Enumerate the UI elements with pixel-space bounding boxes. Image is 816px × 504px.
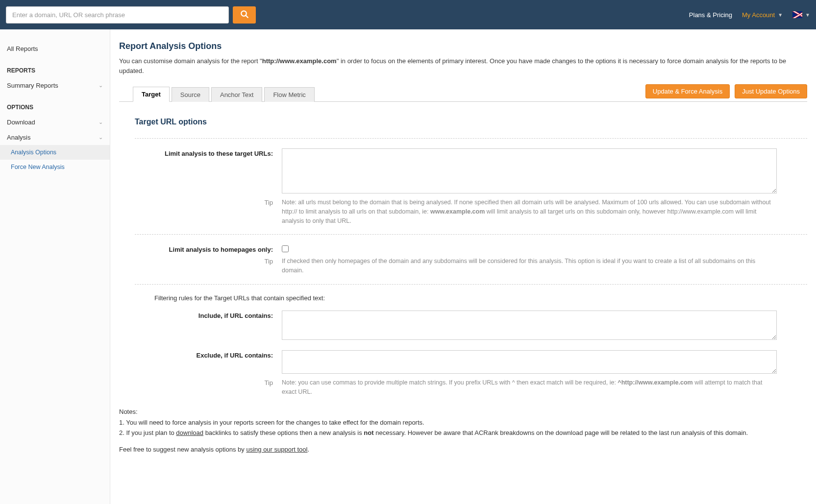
- row-limit-urls: Limit analysis to these target URLs:: [135, 148, 807, 195]
- sidebar-item-label: Analysis: [7, 134, 30, 141]
- search-box: [6, 6, 256, 24]
- my-account-link[interactable]: My Account ▼: [742, 11, 783, 19]
- notes-line-2: 2. If you just plan to download backlink…: [119, 428, 807, 438]
- notes-2-bold: not: [364, 429, 373, 436]
- main-layout: All Reports REPORTS Summary Reports ⌄ OP…: [0, 29, 816, 504]
- sidebar-sub-force-new[interactable]: Force New Analysis: [0, 160, 110, 174]
- notes-line-3: Feel free to suggest new analysis option…: [119, 445, 807, 455]
- divider: [135, 138, 807, 139]
- tip3-pre: Note: you can use commas to provide mult…: [282, 379, 618, 386]
- svg-line-1: [246, 15, 248, 18]
- control-limit-urls: [282, 148, 777, 195]
- download-link[interactable]: download: [176, 429, 203, 436]
- tab-target[interactable]: Target: [133, 87, 170, 102]
- sidebar-item-label: Summary Reports: [7, 82, 58, 89]
- filter-heading: Filtering rules for the Target URLs that…: [154, 294, 807, 302]
- divider: [135, 234, 807, 235]
- sidebar: All Reports REPORTS Summary Reports ⌄ OP…: [0, 29, 110, 504]
- tip-row-3: Tip Note: you can use commas to provide …: [135, 378, 807, 397]
- chevron-down-icon: ⌄: [99, 134, 103, 141]
- tip-label: Tip: [135, 378, 282, 397]
- chevron-down-icon: ⌄: [99, 119, 103, 125]
- sidebar-item-analysis[interactable]: Analysis ⌄: [0, 130, 110, 145]
- label-homepages: Limit analysis to homepages only:: [135, 244, 282, 254]
- plans-pricing-link[interactable]: Plans & Pricing: [689, 11, 732, 19]
- tip-text-1: Note: all urls must belong to the domain…: [282, 198, 772, 225]
- intro-text: You can customise domain analysis for th…: [119, 56, 807, 75]
- sidebar-sub-analysis-options[interactable]: Analysis Options: [0, 145, 110, 160]
- divider: [135, 284, 807, 285]
- row-include: Include, if URL contains:: [135, 311, 807, 341]
- tip1-bold: www.example.com: [430, 208, 485, 215]
- my-account-label: My Account: [742, 11, 775, 19]
- label-exclude: Exclude, if URL contains:: [135, 350, 282, 375]
- exclude-url-textarea[interactable]: [282, 350, 777, 374]
- tab-source[interactable]: Source: [172, 87, 209, 102]
- target-panel: Target URL options Limit analysis to the…: [119, 102, 807, 396]
- chevron-down-icon: ⌄: [99, 82, 103, 89]
- tip-label: Tip: [135, 198, 282, 225]
- include-url-textarea[interactable]: [282, 311, 777, 340]
- tab-buttons: Update & Force Analysis Just Update Opti…: [645, 84, 807, 101]
- update-force-analysis-button[interactable]: Update & Force Analysis: [645, 84, 730, 98]
- search-input[interactable]: [6, 6, 229, 24]
- language-selector[interactable]: ▼: [792, 11, 810, 18]
- sidebar-item-summary-reports[interactable]: Summary Reports ⌄: [0, 78, 110, 93]
- chevron-down-icon: ▼: [805, 12, 810, 18]
- notes-3-pre: Feel free to suggest new analysis option…: [119, 446, 246, 453]
- limit-target-urls-textarea[interactable]: [282, 148, 777, 193]
- tab-anchor-text[interactable]: Anchor Text: [211, 87, 262, 102]
- notes-2-mid: backlinks to satisfy these options then …: [203, 429, 364, 436]
- flag-uk-icon: [792, 11, 802, 18]
- sidebar-item-label: All Reports: [7, 45, 38, 52]
- tabs-row: Target Source Anchor Text Flow Metric Up…: [119, 84, 807, 102]
- tip-row-1: Tip Note: all urls must belong to the do…: [135, 198, 807, 225]
- header-bar: Plans & Pricing My Account ▼ ▼: [0, 0, 816, 29]
- notes-3-post: .: [307, 446, 309, 453]
- search-icon: [240, 10, 249, 20]
- limit-homepages-checkbox[interactable]: [282, 245, 289, 252]
- label-limit-urls: Limit analysis to these target URLs:: [135, 148, 282, 195]
- notes-heading: Notes:: [119, 407, 807, 417]
- tip-label: Tip: [135, 257, 282, 275]
- tip3-bold: ^http://www.example.com: [618, 379, 692, 386]
- control-exclude: [282, 350, 777, 375]
- control-homepages: [282, 244, 777, 254]
- notes-line-1: 1. You will need to force analysis in yo…: [119, 418, 807, 428]
- sidebar-heading-options: OPTIONS: [0, 93, 110, 115]
- page-title: Report Analysis Options: [119, 41, 807, 51]
- panel-title: Target URL options: [135, 118, 807, 126]
- row-homepages: Limit analysis to homepages only:: [135, 244, 807, 254]
- intro-domain: http://www.example.com: [262, 57, 337, 65]
- sidebar-item-label: Download: [7, 119, 35, 126]
- just-update-options-button[interactable]: Just Update Options: [735, 84, 807, 98]
- header-right: Plans & Pricing My Account ▼ ▼: [689, 11, 810, 19]
- tip-text-3: Note: you can use commas to provide mult…: [282, 378, 772, 397]
- sidebar-item-download[interactable]: Download ⌄: [0, 115, 110, 130]
- sidebar-item-all-reports[interactable]: All Reports: [0, 41, 110, 56]
- chevron-down-icon: ▼: [778, 12, 783, 18]
- content-area: Report Analysis Options You can customis…: [110, 29, 816, 504]
- label-include: Include, if URL contains:: [135, 311, 282, 341]
- search-button[interactable]: [233, 6, 256, 24]
- notes-section: Notes: 1. You will need to force analysi…: [119, 407, 807, 454]
- row-exclude: Exclude, if URL contains:: [135, 350, 807, 375]
- tab-flow-metric[interactable]: Flow Metric: [264, 87, 314, 102]
- support-tool-link[interactable]: using our support tool: [246, 446, 307, 453]
- tip-row-2: Tip If checked then only homepages of th…: [135, 257, 807, 275]
- tip-text-2: If checked then only homepages of the do…: [282, 257, 772, 275]
- sidebar-heading-reports: REPORTS: [0, 56, 110, 78]
- control-include: [282, 311, 777, 341]
- intro-pre: You can customise domain analysis for th…: [119, 57, 262, 65]
- notes-2-pre: 2. If you just plan to: [119, 429, 176, 436]
- notes-2-post: necessary. However be aware that ACRank …: [374, 429, 748, 436]
